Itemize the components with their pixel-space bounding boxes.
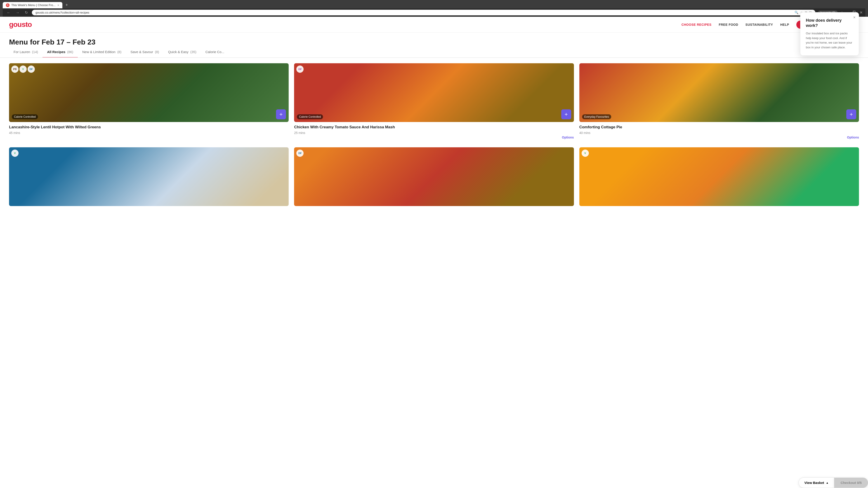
tooltip-close-button[interactable]: × bbox=[853, 15, 856, 20]
recipe-name-2: Chicken With Creamy Tomato Sauce And Har… bbox=[294, 125, 574, 130]
nav-help[interactable]: HELP bbox=[780, 23, 789, 26]
recipe-time-2: 25 mins bbox=[294, 131, 574, 135]
recipe-name-1: Lancashire-Style Lentil Hotpot With Wilt… bbox=[9, 125, 289, 130]
badge-df: DF bbox=[28, 66, 35, 73]
back-button[interactable]: ← bbox=[5, 10, 12, 15]
tab-for-lauren[interactable]: For Lauren (14) bbox=[9, 46, 42, 57]
search-icon: 🔍 bbox=[795, 11, 798, 14]
checkout-button[interactable]: Checkout 0/5 bbox=[834, 478, 868, 488]
recipe-info-2: Chicken With Creamy Tomato Sauce And Har… bbox=[294, 122, 574, 142]
chevron-up-icon: ▲ bbox=[826, 481, 829, 484]
tab-calorie[interactable]: Calorie Co... bbox=[201, 46, 229, 57]
recipe-card-6[interactable]: V bbox=[579, 147, 859, 206]
recipe-card-5[interactable]: DF bbox=[294, 147, 574, 206]
recipe-info-1: Lancashire-Style Lentil Hotpot With Wilt… bbox=[9, 122, 289, 137]
recipe-badges-4: V bbox=[11, 150, 19, 157]
tab-save-savour[interactable]: Save & Savour (8) bbox=[126, 46, 164, 57]
recipe-image-3 bbox=[579, 63, 859, 122]
tooltip-title: How does delivery work? bbox=[806, 18, 853, 29]
recipe-image-container-6: V bbox=[579, 147, 859, 206]
tab-for-lauren-label: For Lauren bbox=[13, 50, 30, 54]
new-tab-button[interactable]: + bbox=[64, 2, 70, 8]
tab-favicon: G bbox=[6, 3, 9, 7]
tab-all-recipes[interactable]: All Recipes (86) bbox=[42, 46, 78, 57]
recipe-tag-2: Calorie Controlled bbox=[297, 114, 323, 119]
tab-quick-easy-count: (35) bbox=[190, 50, 196, 54]
recipe-image-6 bbox=[579, 147, 859, 206]
recipe-card-4[interactable]: V bbox=[9, 147, 289, 206]
recipe-image-container-3: Everyday Favourites + bbox=[579, 63, 859, 122]
tooltip-text: Our insulated box and ice packs help kee… bbox=[806, 31, 853, 50]
badge-v-6: V bbox=[582, 150, 589, 157]
recipe-card-1[interactable]: PB V DF Calorie Controlled + Lancashire-… bbox=[9, 63, 289, 142]
recipe-badges-5: DF bbox=[296, 150, 304, 157]
main-content: Menu for Feb 17 – Feb 23 About Delivery … bbox=[0, 33, 868, 488]
tab-title: This Week's Menu | Choose Fro... bbox=[11, 3, 56, 7]
tab-for-lauren-count: (14) bbox=[32, 50, 38, 54]
view-basket-button[interactable]: View Basket ▲ bbox=[799, 477, 834, 488]
add-recipe-3-button[interactable]: + bbox=[846, 109, 856, 119]
active-tab[interactable]: G This Week's Menu | Choose Fro... × bbox=[3, 2, 62, 8]
tab-calorie-label: Calorie Co... bbox=[206, 50, 224, 54]
close-button[interactable]: ✕ bbox=[860, 10, 863, 15]
bottom-bar: View Basket ▲ Checkout 0/5 bbox=[799, 477, 868, 488]
recipe-options-3[interactable]: Options bbox=[579, 135, 859, 139]
tab-bar: G This Week's Menu | Choose Fro... × + bbox=[3, 2, 865, 8]
badge-df-5: DF bbox=[296, 150, 304, 157]
recipe-image-1 bbox=[9, 63, 289, 122]
recipe-badges-6: V bbox=[582, 150, 589, 157]
recipe-tag-3: Everyday Favourites bbox=[582, 114, 611, 119]
recipe-image-container-2: GF Calorie Controlled + bbox=[294, 63, 574, 122]
gousto-logo[interactable]: gousto bbox=[9, 20, 32, 29]
tab-new-limited[interactable]: New & Limited Edition (8) bbox=[78, 46, 126, 57]
recipe-time-1: 45 mins bbox=[9, 131, 289, 135]
recipe-image-4 bbox=[9, 147, 289, 206]
badge-pb: PB bbox=[11, 66, 19, 73]
nav-free-food[interactable]: FREE FOOD bbox=[719, 23, 738, 26]
checkout-label: Checkout bbox=[841, 481, 856, 485]
recipe-tag-1: Calorie Controlled bbox=[12, 114, 38, 119]
recipe-time-3: 40 mins bbox=[579, 131, 859, 135]
badge-gf: GF bbox=[296, 66, 304, 73]
recipe-badges-1: PB V DF bbox=[11, 66, 35, 73]
tab-new-limited-count: (8) bbox=[117, 50, 121, 54]
recipe-tabs: For Lauren (14) All Recipes (86) New & L… bbox=[0, 46, 868, 58]
url-bar[interactable]: gousto.co.uk/menu?collection=all-recipes… bbox=[32, 10, 815, 15]
close-tab-button[interactable]: × bbox=[57, 3, 59, 7]
recipe-image-container-1: PB V DF Calorie Controlled + bbox=[9, 63, 289, 122]
tab-save-savour-label: Save & Savour bbox=[130, 50, 153, 54]
menu-title: Menu for Feb 17 – Feb 23 bbox=[9, 38, 95, 46]
tab-all-recipes-label: All Recipes bbox=[47, 50, 65, 54]
view-basket-label: View Basket bbox=[804, 481, 824, 485]
nav-choose-recipes[interactable]: CHOOSE RECIPES bbox=[682, 23, 712, 26]
checkout-progress: 0/5 bbox=[857, 481, 862, 485]
tab-quick-easy[interactable]: Quick & Easy (35) bbox=[164, 46, 201, 57]
site-header: gousto CHOOSE RECIPES FREE FOOD SUSTAINA… bbox=[0, 17, 868, 33]
recipe-card-2[interactable]: GF Calorie Controlled + Chicken With Cre… bbox=[294, 63, 574, 142]
forward-button[interactable]: → bbox=[14, 10, 21, 15]
recipe-card-3[interactable]: Everyday Favourites + Comforting Cottage… bbox=[579, 63, 859, 142]
add-recipe-1-button[interactable]: + bbox=[276, 109, 286, 119]
menu-header: Menu for Feb 17 – Feb 23 About Delivery … bbox=[0, 33, 868, 46]
badge-v-4: V bbox=[11, 150, 19, 157]
recipe-options-2[interactable]: Options bbox=[294, 135, 574, 139]
tab-save-savour-count: (8) bbox=[155, 50, 159, 54]
url-text: gousto.co.uk/menu?collection=all-recipes bbox=[35, 11, 793, 14]
address-bar: ← → ↻ gousto.co.uk/menu?collection=all-r… bbox=[3, 8, 865, 17]
badge-v: V bbox=[20, 66, 27, 73]
delivery-tooltip: × How does delivery work? Our insulated … bbox=[800, 12, 859, 56]
recipe-image-container-5: DF bbox=[294, 147, 574, 206]
recipe-grid: PB V DF Calorie Controlled + Lancashire-… bbox=[0, 58, 868, 212]
recipe-name-3: Comforting Cottage Pie bbox=[579, 125, 859, 130]
browser-chrome: G This Week's Menu | Choose Fro... × + ←… bbox=[0, 0, 868, 17]
recipe-image-5 bbox=[294, 147, 574, 206]
recipe-image-container-4: V bbox=[9, 147, 289, 206]
tab-all-recipes-count: (86) bbox=[67, 50, 73, 54]
recipe-image-2 bbox=[294, 63, 574, 122]
recipe-info-3: Comforting Cottage Pie 40 mins Options bbox=[579, 122, 859, 142]
tab-new-limited-label: New & Limited Edition bbox=[82, 50, 116, 54]
nav-sustainability[interactable]: SUSTAINABILITY bbox=[745, 23, 773, 26]
add-recipe-2-button[interactable]: + bbox=[561, 109, 571, 119]
refresh-button[interactable]: ↻ bbox=[24, 10, 29, 15]
tab-quick-easy-label: Quick & Easy bbox=[168, 50, 188, 54]
